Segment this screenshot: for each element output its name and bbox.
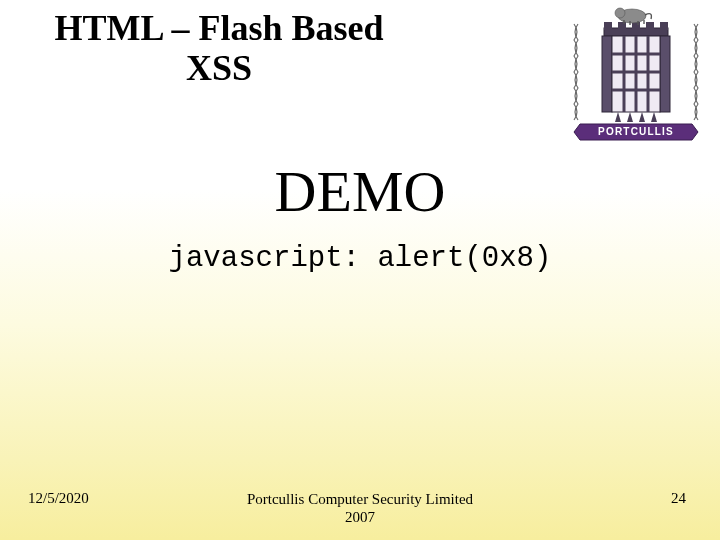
svg-point-20 [615,8,625,18]
svg-rect-7 [660,36,670,112]
footer-page-number: 24 [671,490,686,507]
demo-heading: DEMO [0,158,720,225]
footer: 12/5/2020 Portcullis Computer Security L… [0,486,720,530]
svg-rect-5 [660,22,668,30]
footer-org: Portcullis Computer Security Limited 200… [0,490,720,526]
portcullis-logo-svg: PORTCULLIS [568,6,704,142]
svg-marker-16 [627,112,633,122]
svg-marker-18 [651,112,657,122]
footer-org-line1: Portcullis Computer Security Limited [247,491,473,507]
svg-rect-2 [618,22,626,30]
svg-rect-1 [604,22,612,30]
svg-rect-4 [646,22,654,30]
footer-org-line2: 2007 [345,509,375,525]
svg-marker-17 [639,112,645,122]
logo-brand-text: PORTCULLIS [598,126,674,137]
slide-title: HTML – Flash Based XSS [14,8,424,89]
slide: HTML – Flash Based XSS [0,0,720,540]
title-line-1: HTML – Flash Based [54,8,383,48]
svg-rect-6 [602,36,612,112]
portcullis-logo: PORTCULLIS [568,6,704,142]
title-line-2: XSS [186,48,252,88]
code-line: javascript: alert(0x8) [0,242,720,275]
svg-marker-15 [615,112,621,122]
